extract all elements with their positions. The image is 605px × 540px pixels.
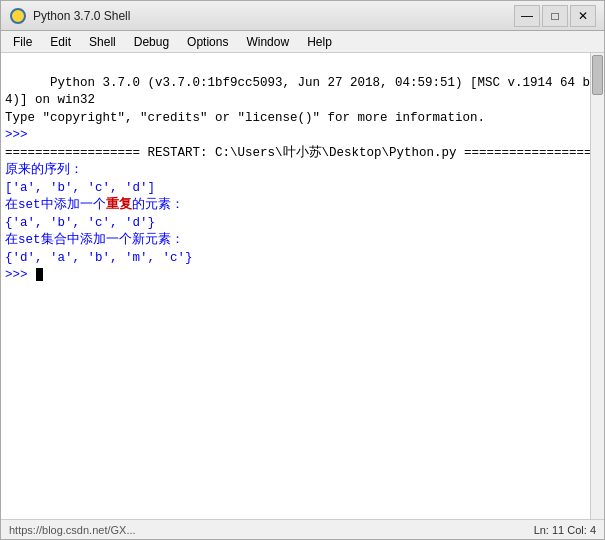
menu-bar: File Edit Shell Debug Options Window Hel… <box>1 31 604 53</box>
window-title: Python 3.7.0 Shell <box>33 9 514 23</box>
minimize-button[interactable]: — <box>514 5 540 27</box>
menu-options[interactable]: Options <box>179 33 236 51</box>
maximize-button[interactable]: □ <box>542 5 568 27</box>
status-watermark: https://blog.csdn.net/GX... <box>9 524 136 536</box>
cursor <box>36 268 43 281</box>
shell-line-0: Python 3.7.0 (v3.7.0:1bf9cc5093, Jun 27 … <box>5 76 604 125</box>
status-bar: https://blog.csdn.net/GX... Ln: 11 Col: … <box>1 519 604 539</box>
menu-file[interactable]: File <box>5 33 40 51</box>
title-bar: Python 3.7.0 Shell — □ ✕ <box>1 1 604 31</box>
scrollbar[interactable] <box>590 53 604 519</box>
menu-help[interactable]: Help <box>299 33 340 51</box>
shell-line-2: 在set中添加一个重复的元素： {'a', 'b', 'c', 'd'} <box>5 198 184 230</box>
status-position: Ln: 11 Col: 4 <box>534 524 596 536</box>
scrollbar-thumb[interactable] <box>592 55 603 95</box>
menu-debug[interactable]: Debug <box>126 33 177 51</box>
app-icon <box>9 7 27 25</box>
menu-window[interactable]: Window <box>238 33 297 51</box>
close-button[interactable]: ✕ <box>570 5 596 27</box>
menu-shell[interactable]: Shell <box>81 33 124 51</box>
shell-content: Python 3.7.0 (v3.7.0:1bf9cc5093, Jun 27 … <box>5 57 600 302</box>
shell-prompt-1: >>> <box>5 268 35 282</box>
main-window: Python 3.7.0 Shell — □ ✕ File Edit Shell… <box>0 0 605 540</box>
window-controls: — □ ✕ <box>514 5 596 27</box>
shell-output[interactable]: Python 3.7.0 (v3.7.0:1bf9cc5093, Jun 27 … <box>1 53 604 519</box>
shell-prompt-0: >>> <box>5 128 35 142</box>
menu-edit[interactable]: Edit <box>42 33 79 51</box>
shell-line-1: 原来的序列： ['a', 'b', 'c', 'd'] <box>5 163 155 195</box>
shell-line-3: 在set集合中添加一个新元素： {'d', 'a', 'b', 'm', 'c'… <box>5 233 193 265</box>
shell-restart: ================== RESTART: C:\Users\叶小苏… <box>5 146 599 160</box>
